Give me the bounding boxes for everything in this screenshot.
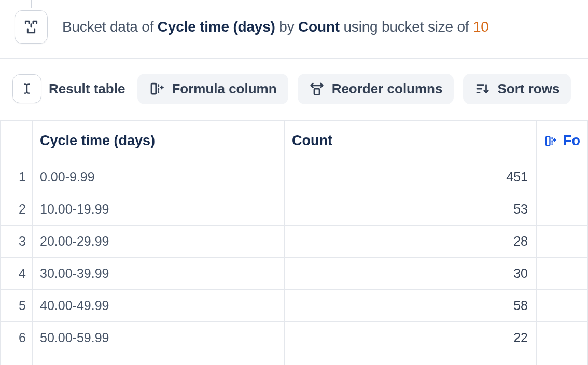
sort-rows-icon (474, 81, 490, 96)
cycle-time-header[interactable]: Cycle time (days) (33, 121, 285, 161)
row-number-cell: 6 (1, 322, 33, 354)
count-header[interactable]: Count (285, 121, 537, 161)
formula-cell[interactable] (537, 258, 588, 290)
formula-cell[interactable] (537, 226, 588, 258)
count-cell[interactable]: 28 (285, 226, 537, 258)
table-row[interactable]: 430.00-39.9930 (1, 258, 588, 290)
sort-rows-button[interactable]: Sort rows (463, 74, 571, 104)
config-prefix: Bucket data of (62, 19, 158, 35)
reorder-columns-icon (309, 81, 325, 96)
pipeline-node (12, 10, 50, 44)
formula-cell[interactable] (537, 354, 588, 366)
table-row[interactable]: 650.00-59.9922 (1, 322, 588, 354)
count-cell[interactable]: 53 (285, 193, 537, 226)
result-table: Cycle time (days) Count Fo 10.00-9.99451… (0, 120, 588, 365)
row-number-cell (1, 354, 33, 366)
bucket-config-row: Bucket data of Cycle time (days) by Coun… (0, 0, 588, 59)
row-number-cell: 2 (1, 193, 33, 226)
config-count-field: Count (298, 19, 340, 35)
cycle-time-cell[interactable]: 20.00-29.99 (33, 226, 285, 258)
add-formula-column-header[interactable]: Fo (537, 121, 588, 161)
config-field: Cycle time (days) (158, 19, 275, 35)
cycle-time-cell[interactable]: 30.00-39.99 (33, 258, 285, 290)
cycle-time-cell[interactable]: 0.00-9.99 (33, 161, 285, 193)
count-cell[interactable]: 58 (285, 290, 537, 322)
count-cell[interactable]: 451 (285, 161, 537, 193)
row-number-cell: 4 (1, 258, 33, 290)
formula-cell[interactable] (537, 161, 588, 193)
svg-rect-2 (546, 136, 550, 145)
reorder-columns-button[interactable]: Reorder columns (298, 74, 454, 104)
bucket-icon[interactable] (15, 10, 48, 44)
table-row[interactable] (1, 354, 588, 366)
cycle-time-cell[interactable]: 10.00-19.99 (33, 193, 285, 226)
row-number-header (1, 121, 33, 161)
result-table-button[interactable]: Result table (12, 70, 128, 107)
config-by: by (275, 19, 298, 35)
table-toolbar: Result table Formula column Reorder colu… (0, 59, 588, 120)
table-row[interactable]: 10.00-9.99451 (1, 161, 588, 193)
bucket-config-text[interactable]: Bucket data of Cycle time (days) by Coun… (62, 19, 489, 35)
row-number-cell: 5 (1, 290, 33, 322)
text-cursor-icon (12, 74, 41, 103)
config-using: using bucket size of (340, 19, 473, 35)
count-cell[interactable] (285, 354, 537, 366)
cycle-time-cell[interactable]: 50.00-59.99 (33, 322, 285, 354)
table-row[interactable]: 320.00-29.9928 (1, 226, 588, 258)
formula-column-icon (544, 134, 557, 148)
formula-column-label: Formula column (172, 81, 276, 97)
cycle-time-cell[interactable]: 40.00-49.99 (33, 290, 285, 322)
svg-rect-1 (314, 89, 319, 94)
row-number-cell: 1 (1, 161, 33, 193)
formula-column-button[interactable]: Formula column (137, 74, 288, 104)
result-table-label: Result table (49, 81, 128, 97)
svg-rect-0 (151, 83, 156, 94)
count-cell[interactable]: 30 (285, 258, 537, 290)
sort-rows-label: Sort rows (497, 81, 559, 97)
count-cell[interactable]: 22 (285, 322, 537, 354)
table-row[interactable]: 210.00-19.9953 (1, 193, 588, 226)
row-number-cell: 3 (1, 226, 33, 258)
formula-cell[interactable] (537, 322, 588, 354)
cycle-time-cell[interactable] (33, 354, 285, 366)
config-bucket-size: 10 (473, 19, 489, 35)
formula-cell[interactable] (537, 290, 588, 322)
formula-column-icon (149, 81, 164, 96)
formula-cell[interactable] (537, 193, 588, 226)
formula-header-label: Fo (563, 133, 580, 149)
reorder-columns-label: Reorder columns (332, 81, 443, 97)
table-row[interactable]: 540.00-49.9958 (1, 290, 588, 322)
